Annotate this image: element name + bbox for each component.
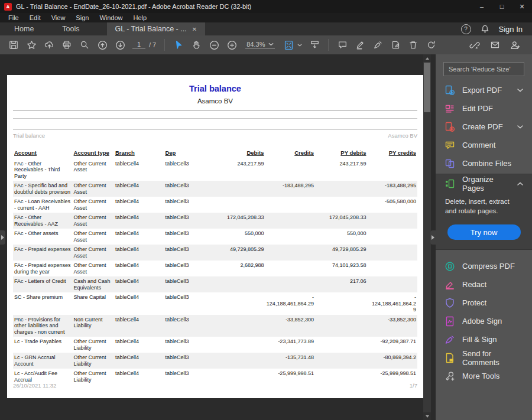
link-icon[interactable] [466, 37, 484, 53]
page-footer-pagenum: 1/7 [410, 382, 417, 389]
table-cell: tableCell4 [114, 337, 164, 353]
menu-sign[interactable]: Sign [71, 14, 93, 21]
sidebar-item-send-for-comments[interactable]: Send for Comments [436, 349, 532, 367]
tab-close-icon[interactable]: ✕ [192, 26, 197, 32]
menu-view[interactable]: View [47, 14, 70, 21]
stamp-icon[interactable] [387, 37, 404, 53]
table-cell: -80,869,394.2 [367, 353, 417, 369]
table-cell [315, 337, 368, 353]
sign-in-button[interactable]: Sign In [499, 25, 523, 34]
previous-page-icon[interactable] [93, 37, 111, 53]
zoom-out-icon[interactable] [205, 37, 223, 53]
table-cell: tableCell4 [114, 353, 164, 369]
zoom-level-value: 84.3% [246, 41, 265, 48]
menu-help[interactable]: Help [129, 14, 152, 21]
menu-file[interactable]: File [4, 14, 24, 21]
try-now-button[interactable]: Try now [447, 224, 521, 240]
delete-icon[interactable] [404, 37, 422, 53]
zoom-in-icon[interactable] [223, 37, 241, 53]
print-icon[interactable] [58, 37, 76, 53]
redo-icon[interactable] [422, 37, 440, 53]
scroll-down-icon[interactable] [423, 412, 431, 420]
redact-icon [445, 279, 455, 290]
table-cell [367, 276, 417, 292]
sidebar-item-more-tools[interactable]: More Tools [436, 367, 532, 385]
table-cell: tableCell3 [164, 229, 218, 245]
sidebar-item-export-pdf[interactable]: Export PDF [436, 81, 532, 99]
page-header-left: Trial balance [13, 132, 45, 139]
table-cell: FAc - Prepaid expenses [13, 245, 73, 261]
table-row: Lc - Trade PayablesOther Current Liabili… [13, 337, 417, 353]
scrollbar-thumb[interactable] [424, 63, 430, 112]
sidebar-item-edit-pdf[interactable]: Edit PDF [436, 99, 532, 118]
save-icon[interactable] [5, 37, 22, 53]
page-fit-icon[interactable] [280, 37, 297, 53]
menu-window[interactable]: Window [95, 14, 127, 21]
chevron-down-icon [517, 89, 523, 92]
table-cell [265, 261, 314, 276]
table-row: FAc - Specific bad and doubtful debts pr… [13, 181, 417, 197]
table-cell: tableCell3 [164, 337, 218, 353]
next-page-icon[interactable] [111, 37, 129, 53]
highlight-icon[interactable] [351, 37, 369, 53]
table-header-row: AccountAccount typeBranchDepDebitsCredit… [13, 149, 417, 159]
zoom-level-select[interactable]: 84.3% [245, 41, 275, 49]
table-cell: -135,731.48 [265, 353, 314, 369]
page-number-input[interactable]: 1 [132, 41, 145, 49]
share-cloud-icon[interactable] [40, 37, 58, 53]
sidebar-item-label: Compress PDF [462, 262, 515, 271]
fill-sign-icon[interactable] [369, 37, 387, 53]
table-cell [315, 181, 368, 197]
sidebar-item-combine-files[interactable]: Combine Files [436, 154, 532, 172]
table-cell: -183,488,295 [367, 181, 417, 197]
sidebar-item-adobe-sign[interactable]: Adobe Sign [436, 312, 532, 330]
column-header: Branch [114, 149, 164, 159]
select-tool-icon[interactable] [170, 37, 187, 53]
table-cell: SC - Share premium [13, 292, 73, 315]
help-icon[interactable]: ? [461, 24, 471, 34]
tools-search-input[interactable] [443, 62, 524, 76]
menu-edit[interactable]: Edit [25, 14, 46, 21]
table-cell: 172,045,208.33 [315, 213, 368, 229]
scroll-up-icon[interactable] [423, 54, 431, 62]
comment-icon[interactable] [333, 37, 351, 53]
tab-tools[interactable]: Tools [48, 22, 93, 35]
table-row: Pnc - Provisions for other liabilities a… [13, 315, 417, 337]
table-cell: - 124,188,461,864.29 [265, 292, 314, 315]
right-pane-toggle[interactable] [430, 230, 436, 245]
add-account-icon[interactable] [506, 37, 524, 53]
close-button[interactable]: ✕ [512, 0, 532, 13]
create-pdf-icon [445, 122, 455, 132]
star-icon[interactable] [22, 37, 40, 53]
left-pane-toggle[interactable] [0, 230, 5, 245]
page-fit-caret-icon[interactable] [297, 44, 302, 47]
sidebar-item-create-pdf[interactable]: Create PDF [436, 118, 532, 136]
tab-home[interactable]: Home [0, 22, 48, 35]
find-icon[interactable] [76, 37, 93, 53]
table-cell: tableCell3 [164, 292, 218, 315]
page-scroll-icon[interactable] [306, 37, 323, 53]
tab-document[interactable]: GL - Trial Balance - ... ✕ [107, 22, 206, 35]
sidebar-item-redact[interactable]: Redact [436, 275, 532, 294]
minimize-button[interactable]: – [472, 0, 492, 13]
sidebar-item-protect[interactable]: Protect [436, 294, 532, 312]
bell-icon[interactable] [481, 24, 489, 34]
page-count-label: / 7 [149, 41, 156, 48]
sidebar-item-label: Create PDF [462, 122, 503, 131]
hand-tool-icon[interactable] [187, 37, 205, 53]
divider [13, 118, 417, 119]
tools-sidebar: Export PDF Edit PDF Create PDF [436, 54, 532, 420]
toolbar: 1 / 7 84.3% [0, 35, 532, 54]
sidebar-item-organize-pages[interactable]: Organize Pages [436, 174, 532, 193]
sidebar-item-label: Organize Pages [462, 175, 510, 193]
sidebar-item-comment[interactable]: Comment [436, 136, 532, 154]
table-cell: -33,852,300 [265, 315, 314, 337]
table-row: FAc - Prepaid expensesOther Current Asse… [13, 245, 417, 261]
sidebar-item-compress-pdf[interactable]: Compress PDF [436, 257, 532, 275]
pdf-page: Trial balance Asamco BV Trial balance As… [7, 75, 423, 398]
table-cell: FAc - Letters of Credit [13, 276, 73, 292]
table-cell: tableCell4 [114, 197, 164, 213]
maximize-button[interactable]: □ [492, 0, 512, 13]
sidebar-item-fill-sign[interactable]: Fill & Sign [436, 330, 532, 349]
email-icon[interactable] [486, 37, 504, 53]
